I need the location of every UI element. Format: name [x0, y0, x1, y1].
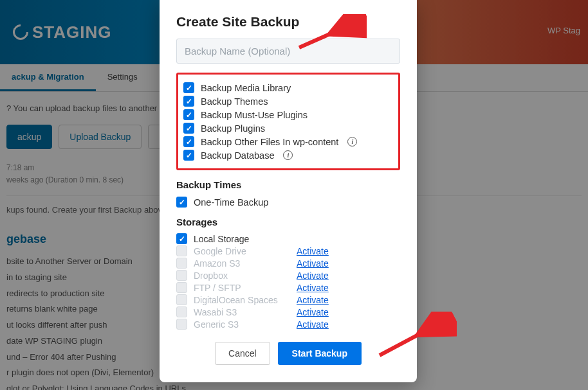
- checkbox-icon: [176, 294, 187, 305]
- activate-link[interactable]: Activate: [297, 258, 329, 269]
- option-label: Backup Plugins: [201, 123, 265, 134]
- storage-label: DigitalOcean Spaces: [194, 295, 290, 305]
- option-label: Backup Themes: [201, 96, 268, 107]
- storage-amazon-s3: Amazon S3 Activate: [176, 257, 400, 269]
- storage-label: Local Storage: [194, 234, 249, 244]
- checkbox-icon[interactable]: [183, 109, 194, 120]
- storage-label: Generic S3: [194, 319, 290, 330]
- modal-footer: Cancel Start Backup: [176, 342, 400, 365]
- checkbox-icon: [176, 306, 187, 317]
- checkbox-icon[interactable]: [183, 96, 194, 107]
- activate-link[interactable]: Activate: [297, 246, 329, 256]
- option-label: Backup Must-Use Plugins: [201, 110, 308, 120]
- cancel-button[interactable]: Cancel: [215, 342, 270, 365]
- option-themes[interactable]: Backup Themes: [183, 94, 393, 108]
- storage-label: FTP / SFTP: [194, 283, 290, 293]
- option-mu-plugins[interactable]: Backup Must-Use Plugins: [183, 108, 393, 121]
- activate-link[interactable]: Activate: [297, 295, 329, 305]
- storage-label: Google Drive: [194, 246, 290, 256]
- checkbox-icon[interactable]: [183, 82, 194, 93]
- activate-link[interactable]: Activate: [297, 270, 329, 281]
- storage-generic-s3: Generic S3 Activate: [176, 318, 400, 330]
- storage-label: Wasabi S3: [194, 307, 290, 317]
- activate-link[interactable]: Activate: [297, 307, 329, 317]
- backup-name-input[interactable]: [176, 39, 400, 64]
- checkbox-icon[interactable]: [183, 136, 194, 147]
- option-database[interactable]: Backup Database i: [183, 148, 393, 162]
- checkbox-icon[interactable]: [176, 197, 187, 208]
- storage-ftp: FTP / SFTP Activate: [176, 281, 400, 294]
- backup-times-heading: Backup Times: [176, 179, 400, 190]
- checkbox-icon[interactable]: [183, 150, 194, 161]
- option-media-library[interactable]: Backup Media Library: [183, 81, 393, 94]
- option-plugins[interactable]: Backup Plugins: [183, 121, 393, 135]
- backup-options-group: Backup Media Library Backup Themes Backu…: [176, 73, 400, 170]
- info-icon[interactable]: i: [347, 137, 357, 146]
- activate-link[interactable]: Activate: [297, 319, 329, 330]
- option-label: One-Time Backup: [194, 197, 268, 208]
- checkbox-icon: [176, 258, 187, 269]
- checkbox-icon[interactable]: [183, 123, 194, 134]
- checkbox-icon: [176, 270, 187, 281]
- checkbox-icon[interactable]: [176, 233, 187, 244]
- option-onetime[interactable]: One-Time Backup: [176, 195, 400, 209]
- storage-dropbox: Dropbox Activate: [176, 269, 400, 281]
- checkbox-icon: [176, 245, 187, 256]
- info-icon[interactable]: i: [283, 150, 293, 160]
- storages-heading: Storages: [176, 217, 400, 227]
- storage-label: Dropbox: [194, 270, 290, 281]
- option-other-files[interactable]: Backup Other Files In wp-content i: [183, 135, 393, 148]
- option-label: Backup Other Files In wp-content: [201, 137, 338, 147]
- storage-local[interactable]: Local Storage: [176, 233, 400, 245]
- storage-wasabi: Wasabi S3 Activate: [176, 306, 400, 318]
- modal-title: Create Site Backup: [176, 14, 400, 30]
- option-label: Backup Media Library: [201, 83, 291, 93]
- activate-link[interactable]: Activate: [297, 283, 329, 293]
- start-backup-button[interactable]: Start Backup: [278, 342, 362, 365]
- create-backup-modal: Create Site Backup Backup Media Library …: [160, 0, 417, 382]
- storage-digitalocean: DigitalOcean Spaces Activate: [176, 294, 400, 306]
- storage-label: Amazon S3: [194, 258, 290, 269]
- option-label: Backup Database: [201, 150, 274, 161]
- checkbox-icon: [176, 282, 187, 293]
- checkbox-icon: [176, 319, 187, 330]
- storage-google-drive: Google Drive Activate: [176, 245, 400, 257]
